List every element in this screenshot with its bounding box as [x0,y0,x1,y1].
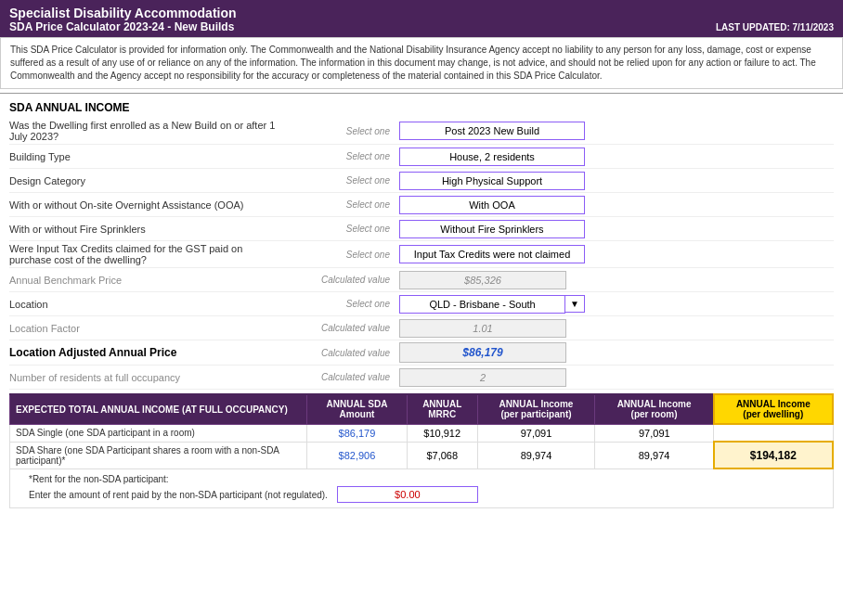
tax-credits-label: Were Input Tax Credits claimed for the G… [9,243,288,265]
benchmark-price-label: Annual Benchmark Price [9,275,288,286]
building-type-hint: Select one [288,151,399,161]
row1-annual-sda: $82,906 [307,442,408,468]
section-title: SDA ANNUAL INCOME [0,93,843,118]
location-factor-row: Location Factor Calculated value 1.01 [9,316,834,340]
new-build-row: Was the Dwelling first enrolled as a New… [9,118,834,145]
rent-row: *Rent for the non-SDA participant: Enter… [10,468,834,508]
ooa-dropdown[interactable]: With OOA [399,196,585,214]
new-build-label: Was the Dwelling first enrolled as a New… [9,120,288,142]
tax-credits-hint: Select one [288,250,399,260]
table-row: SDA Share (one SDA Participant shares a … [10,442,834,468]
row0-label: SDA Single (one SDA participant in a roo… [10,424,307,442]
location-factor-label: Location Factor [9,323,288,334]
design-category-dropdown[interactable]: High Physical Support [399,172,585,190]
income-table: EXPECTED TOTAL ANNUAL INCOME (AT FULL OC… [9,393,834,508]
col-header-mrrc: ANNUALMRRC [407,394,477,424]
rent-input[interactable] [337,486,478,503]
location-factor-value: 1.01 [399,319,566,338]
adjusted-price-value: $86,179 [399,342,566,363]
design-category-hint: Select one [288,175,399,186]
income-table-section: EXPECTED TOTAL ANNUAL INCOME (AT FULL OC… [0,393,843,518]
ooa-label: With or without On-site Overnight Assist… [9,199,288,211]
row0-annual-sda: $86,179 [307,424,408,442]
row0-per-dwelling [714,424,833,442]
benchmark-price-hint: Calculated value [288,275,399,285]
location-dropdown[interactable]: QLD - Brisbane - South ▼ [399,295,585,314]
header: Specialist Disability Accommodation SDA … [0,0,843,37]
adjusted-price-row: Location Adjusted Annual Price Calculate… [9,340,834,366]
building-type-label: Building Type [9,151,288,162]
new-build-hint: Select one [288,126,399,136]
design-category-label: Design Category [9,175,288,186]
row1-label: SDA Share (one SDA Participant shares a … [10,442,307,468]
location-value: QLD - Brisbane - South [399,295,565,314]
building-type-row: Building Type Select one House, 2 reside… [9,145,834,169]
new-build-dropdown[interactable]: Post 2023 New Build [399,122,585,140]
disclaimer-text: This SDA Price Calculator is provided fo… [0,37,843,89]
adjusted-price-label: Location Adjusted Annual Price [9,346,288,359]
row1-per-participant: 89,974 [477,442,595,468]
app-title: Specialist Disability Accommodation [9,6,834,20]
rent-cell: *Rent for the non-SDA participant: Enter… [10,468,834,508]
table-row: SDA Single (one SDA participant in a roo… [10,424,834,442]
design-category-row: Design Category Select one High Physical… [9,169,834,193]
col-header-per-room: ANNUAL Income(per room) [595,394,714,424]
form-area: Was the Dwelling first enrolled as a New… [0,118,843,390]
ooa-hint: Select one [288,199,399,210]
row1-mrrc: $7,068 [407,442,477,468]
rent-sublabel: Enter the amount of rent paid by the non… [29,490,328,500]
row0-per-room: 97,091 [595,424,714,442]
tax-credits-row: Were Input Tax Credits claimed for the G… [9,241,834,268]
col-header-annual-sda: ANNUAL SDAAmount [307,394,408,424]
building-type-dropdown[interactable]: House, 2 residents [399,148,585,166]
col-header-per-dwelling: ANNUAL Income(per dwelling) [714,394,833,424]
residents-value: 2 [399,368,566,387]
location-label: Location [9,299,288,310]
sprinklers-row: With or without Fire Sprinklers Select o… [9,217,834,241]
col-header-per-participant: ANNUAL Income(per participant) [477,394,595,424]
residents-label: Number of residents at full occupancy [9,372,288,383]
tax-credits-dropdown[interactable]: Input Tax Credits were not claimed [399,245,585,263]
benchmark-price-row: Annual Benchmark Price Calculated value … [9,268,834,292]
row0-per-participant: 97,091 [477,424,595,442]
row1-per-dwelling: $194,182 [714,442,833,468]
subtitle: SDA Price Calculator 2023-24 - New Build… [9,20,234,33]
row1-per-room: 89,974 [595,442,714,468]
residents-hint: Calculated value [288,372,399,382]
location-arrow-icon[interactable]: ▼ [565,295,585,313]
sprinklers-dropdown[interactable]: Without Fire Sprinklers [399,220,585,238]
location-factor-hint: Calculated value [288,323,399,333]
adjusted-price-hint: Calculated value [288,348,399,358]
col-header-description: EXPECTED TOTAL ANNUAL INCOME (AT FULL OC… [10,394,307,424]
sprinklers-label: With or without Fire Sprinklers [9,224,288,235]
row0-mrrc: $10,912 [407,424,477,442]
benchmark-price-value: $85,326 [399,271,566,289]
location-hint: Select one [288,299,399,309]
residents-row: Number of residents at full occupancy Ca… [9,366,834,390]
ooa-row: With or without On-site Overnight Assist… [9,193,834,217]
location-row: Location Select one QLD - Brisbane - Sou… [9,292,834,316]
rent-label: *Rent for the non-SDA participant: [16,474,827,484]
sprinklers-hint: Select one [288,224,399,234]
last-updated: LAST UPDATED: 7/11/2023 [716,22,834,32]
